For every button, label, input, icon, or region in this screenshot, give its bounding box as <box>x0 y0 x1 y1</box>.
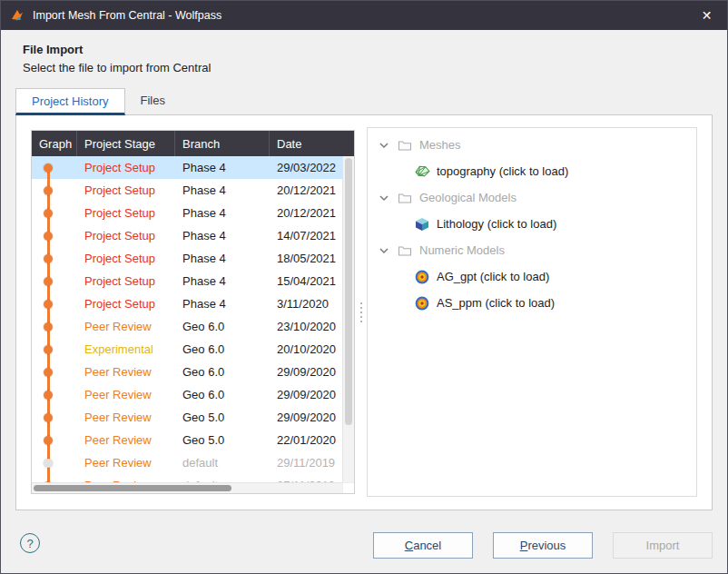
chevron-down-icon <box>376 190 392 206</box>
date-cell: 20/12/2021 <box>270 183 342 197</box>
date-cell: 29/11/2019 <box>270 456 342 470</box>
branch-cell: Phase 4 <box>175 229 270 242</box>
table-header: GraphProject StageBranchDate <box>32 131 354 156</box>
branch-cell: Phase 4 <box>175 297 270 311</box>
table-row[interactable]: Peer ReviewGeo 6.029/09/2020 <box>32 361 342 383</box>
help-icon: ? <box>26 537 33 550</box>
column-header-graph[interactable]: Graph <box>32 131 77 156</box>
graph-cell <box>32 429 77 451</box>
table-row[interactable]: Project SetupPhase 43/11/2020 <box>32 292 342 315</box>
date-cell: 29/09/2020 <box>270 365 342 379</box>
column-header-branch[interactable]: Branch <box>175 131 270 156</box>
date-cell: 29/09/2020 <box>270 388 342 401</box>
table-row[interactable]: Project SetupPhase 429/03/2022 <box>32 156 342 179</box>
stage-cell: Project Setup <box>77 161 175 174</box>
table-body: Project SetupPhase 429/03/2022Project Se… <box>32 156 342 482</box>
table-row[interactable]: Project SetupPhase 415/04/2021 <box>32 270 342 292</box>
horizontal-scrollbar-thumb[interactable] <box>34 485 231 491</box>
commit-dot-icon <box>44 186 53 195</box>
tree-item-lithology[interactable]: Lithology (click to load) <box>368 211 696 237</box>
tree-group-meshes[interactable]: Meshes <box>368 132 696 158</box>
branch-cell: Geo 5.0 <box>175 433 270 447</box>
commit-dot-icon <box>44 300 53 309</box>
commit-dot-icon <box>44 436 53 445</box>
sphere-icon <box>414 269 430 285</box>
table-row[interactable]: Peer Reviewdefault27/11/2019 <box>32 474 342 482</box>
page-subtitle: Select the file to import from Central <box>23 61 705 74</box>
commit-dot-icon <box>44 209 53 218</box>
stage-cell: Peer Review <box>77 433 175 447</box>
previous-button[interactable]: Previous <box>493 532 593 559</box>
table-row[interactable]: Project SetupPhase 418/05/2021 <box>32 247 342 270</box>
stage-cell: Project Setup <box>77 183 175 197</box>
tree-group-geological-models[interactable]: Geological Models <box>368 184 696 211</box>
date-cell: 3/11/2020 <box>270 297 342 311</box>
column-header-date[interactable]: Date <box>270 131 354 156</box>
date-cell: 18/05/2021 <box>270 252 342 265</box>
stage-cell: Experimental <box>77 342 175 356</box>
branch-cell: default <box>175 456 270 470</box>
graph-cell <box>32 247 77 270</box>
table-row[interactable]: Project SetupPhase 414/07/2021 <box>32 224 342 247</box>
table-row[interactable]: Project SetupPhase 420/12/2021 <box>32 202 342 224</box>
tree: Meshestopography (click to load)Geologic… <box>367 127 697 497</box>
stage-cell: Peer Review <box>77 365 175 379</box>
tree-group-label: Numeric Models <box>419 243 505 257</box>
tab-project-history[interactable]: Project History <box>15 88 125 115</box>
table-row[interactable]: Project SetupPhase 420/12/2021 <box>32 179 342 202</box>
footer: ? CancelPreviousImport <box>1 510 727 573</box>
table-row[interactable]: Peer ReviewGeo 5.029/09/2020 <box>32 406 342 429</box>
graph-cell <box>32 338 77 361</box>
vertical-scrollbar[interactable] <box>342 156 354 482</box>
tree-item-as-ppm[interactable]: AS_ppm (click to load) <box>368 290 696 316</box>
table-row[interactable]: Peer ReviewGeo 5.022/01/2020 <box>32 429 342 451</box>
tab-files[interactable]: Files <box>125 88 181 114</box>
date-cell: 29/09/2020 <box>270 411 342 424</box>
tree-item-ag-gpt[interactable]: AG_gpt (click to load) <box>368 263 696 290</box>
stage-cell: Peer Review <box>77 320 175 333</box>
table-row[interactable]: Peer Reviewdefault29/11/2019 <box>32 451 342 474</box>
graph-cell <box>32 383 77 406</box>
table-main: Project SetupPhase 429/03/2022Project Se… <box>32 156 354 482</box>
tree-item-label: AS_ppm (click to load) <box>437 296 555 310</box>
branch-cell: Geo 6.0 <box>175 342 270 356</box>
table-row[interactable]: Peer ReviewGeo 6.029/09/2020 <box>32 383 342 406</box>
vertical-scrollbar-thumb[interactable] <box>345 158 352 425</box>
table-row[interactable]: ExperimentalGeo 6.020/10/2020 <box>32 338 342 361</box>
import-mesh-dialog: Import Mesh From Central - Wolfpass ✕ Fi… <box>0 0 728 574</box>
horizontal-scrollbar[interactable] <box>32 482 342 493</box>
titlebar: Import Mesh From Central - Wolfpass ✕ <box>1 1 727 30</box>
tree-item-label: Lithology (click to load) <box>437 217 556 231</box>
history-table-area: GraphProject StageBranchDate Project Set… <box>31 130 355 510</box>
graph-cell <box>32 202 77 224</box>
tree-group-label: Geological Models <box>419 191 516 204</box>
stage-cell: Project Setup <box>77 229 175 242</box>
sphere-icon <box>414 295 430 312</box>
commit-dot-icon <box>44 413 53 422</box>
page-header: File Import Select the file to import fr… <box>1 30 727 88</box>
footer-buttons: CancelPreviousImport <box>373 532 713 559</box>
date-cell: 20/10/2020 <box>270 342 342 356</box>
graph-cell <box>32 156 77 179</box>
graph-cell <box>32 224 77 247</box>
main-panel: GraphProject StageBranchDate Project Set… <box>15 114 713 510</box>
commit-dot-icon <box>44 459 53 468</box>
cube-icon <box>414 216 430 233</box>
branch-cell: Phase 4 <box>175 206 270 220</box>
table-row[interactable]: Peer ReviewGeo 6.023/10/2020 <box>32 315 342 338</box>
mesh-icon <box>414 163 430 180</box>
help-button[interactable]: ? <box>20 533 40 553</box>
commit-dot-icon <box>44 163 53 173</box>
tree-item-topography[interactable]: topography (click to load) <box>368 158 696 184</box>
commit-dot-icon <box>44 322 53 332</box>
close-icon[interactable]: ✕ <box>686 1 727 30</box>
panel-splitter-handle[interactable] <box>355 115 367 510</box>
commit-dot-icon <box>44 391 53 400</box>
tree-group-numeric-models[interactable]: Numeric Models <box>368 237 696 263</box>
cancel-button[interactable]: Cancel <box>373 532 473 559</box>
history-table: GraphProject StageBranchDate Project Set… <box>31 130 355 494</box>
column-header-project-stage[interactable]: Project Stage <box>77 131 175 156</box>
folder-icon <box>397 242 413 259</box>
branch-cell: Geo 6.0 <box>175 320 270 333</box>
import-button[interactable]: Import <box>613 532 713 559</box>
